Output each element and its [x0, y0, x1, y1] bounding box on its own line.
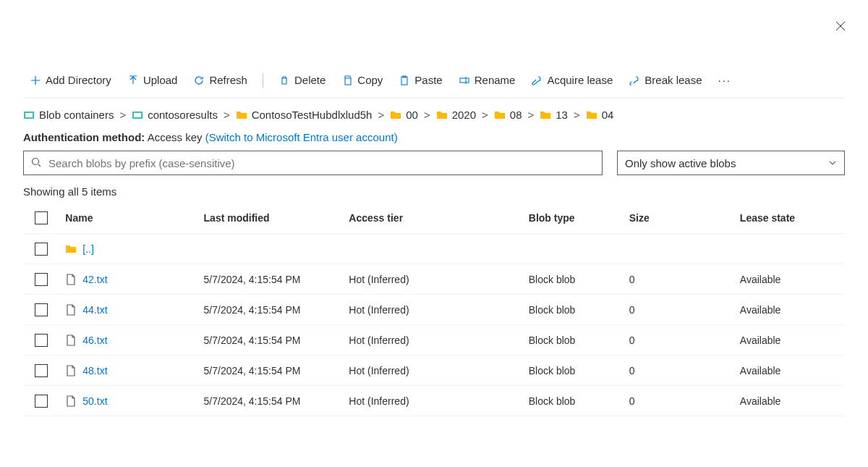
search-icon: [31, 157, 41, 169]
table-row[interactable]: 50.txt5/7/2024, 4:15:54 PMHot (Inferred)…: [23, 386, 845, 416]
breadcrumb-item[interactable]: 13: [540, 109, 568, 121]
chevron-down-icon: [828, 157, 837, 169]
cell-type: Block blob: [523, 395, 624, 407]
col-tier[interactable]: Access tier: [343, 212, 522, 224]
file-icon: [65, 365, 77, 376]
blob-name-link[interactable]: 50.txt: [82, 395, 107, 407]
breadcrumb-item[interactable]: Blob containers: [23, 109, 114, 121]
breadcrumb-item[interactable]: 00: [390, 109, 418, 121]
breadcrumb-item[interactable]: 2020: [436, 109, 476, 121]
table-header: Name Last modified Access tier Blob type…: [23, 202, 845, 234]
acquire-lease-button[interactable]: Acquire lease: [524, 72, 619, 88]
upload-icon: [127, 75, 139, 86]
delete-label: Delete: [294, 74, 326, 86]
row-checkbox[interactable]: [35, 243, 48, 256]
breadcrumb-separator: >: [482, 109, 488, 121]
refresh-button[interactable]: Refresh: [187, 72, 254, 88]
auth-method-label: Authentication method:: [23, 131, 145, 143]
table-row[interactable]: 48.txt5/7/2024, 4:15:54 PMHot (Inferred)…: [23, 355, 845, 386]
search-box[interactable]: [23, 151, 603, 175]
breadcrumb-item[interactable]: 04: [586, 109, 614, 121]
cell-lease: Available: [734, 335, 845, 346]
cell-type: Block blob: [523, 335, 624, 346]
upload-button[interactable]: Upload: [121, 72, 184, 88]
break-lease-label: Break lease: [644, 74, 702, 86]
copy-label: Copy: [357, 74, 383, 86]
folder-icon: [586, 109, 597, 121]
close-icon[interactable]: [835, 20, 846, 34]
switch-auth-link[interactable]: (Switch to Microsoft Entra user account): [205, 131, 398, 143]
breadcrumb-separator: >: [574, 109, 580, 121]
row-checkbox[interactable]: [35, 334, 48, 347]
breadcrumb-separator: >: [378, 109, 384, 121]
cell-modified: 5/7/2024, 4:15:54 PM: [198, 274, 344, 285]
folder-icon: [65, 243, 77, 255]
row-checkbox[interactable]: [35, 273, 48, 286]
folder-icon: [236, 109, 247, 121]
delete-button[interactable]: Delete: [272, 72, 332, 88]
breadcrumb-label: ContosoTestHubdlxlud5h: [252, 109, 373, 121]
svg-rect-3: [460, 78, 469, 83]
blob-name-link[interactable]: 44.txt: [82, 304, 107, 316]
rename-icon: [459, 75, 470, 86]
table-row[interactable]: 46.txt5/7/2024, 4:15:54 PMHot (Inferred)…: [23, 325, 845, 355]
cell-size: 0: [624, 274, 734, 285]
cell-size: 0: [624, 395, 734, 407]
container-icon: [23, 109, 35, 121]
cell-tier: Hot (Inferred): [343, 395, 522, 407]
col-size[interactable]: Size: [624, 212, 734, 224]
lease-icon: [531, 75, 542, 86]
folder-icon: [436, 109, 448, 121]
container-icon: [132, 109, 143, 121]
breadcrumb-label: 04: [602, 109, 614, 121]
breadcrumb-item[interactable]: 08: [494, 109, 522, 121]
breadcrumb-item[interactable]: contosoresults: [132, 109, 218, 121]
rename-button[interactable]: Rename: [452, 72, 522, 88]
copy-button[interactable]: Copy: [335, 72, 389, 88]
folder-icon: [390, 109, 401, 121]
more-actions-button[interactable]: ···: [712, 72, 739, 88]
toolbar-divider: [263, 73, 263, 88]
paste-button[interactable]: Paste: [392, 72, 448, 88]
table-row[interactable]: 44.txt5/7/2024, 4:15:54 PMHot (Inferred)…: [23, 295, 845, 325]
blob-name-link[interactable]: 42.txt: [82, 274, 107, 285]
blob-name-link[interactable]: 48.txt: [82, 365, 107, 376]
acquire-lease-label: Acquire lease: [547, 74, 613, 86]
cell-modified: 5/7/2024, 4:15:54 PM: [198, 335, 344, 346]
paste-icon: [399, 75, 410, 86]
break-lease-button[interactable]: Break lease: [622, 72, 708, 88]
parent-directory-row[interactable]: [..]: [23, 234, 845, 264]
cell-type: Block blob: [523, 365, 624, 376]
table-row[interactable]: 42.txt5/7/2024, 4:15:54 PMHot (Inferred)…: [23, 264, 845, 295]
row-checkbox[interactable]: [35, 303, 48, 316]
cell-type: Block blob: [523, 274, 624, 285]
breadcrumb-separator: >: [527, 109, 534, 121]
cell-size: 0: [624, 304, 734, 316]
blob-filter-dropdown[interactable]: Only show active blobs: [617, 151, 845, 175]
col-type[interactable]: Blob type: [523, 212, 624, 224]
row-checkbox[interactable]: [35, 364, 48, 377]
add-directory-button[interactable]: Add Directory: [23, 72, 118, 88]
breadcrumb-item[interactable]: ContosoTestHubdlxlud5h: [236, 109, 373, 121]
col-name[interactable]: Name: [59, 212, 197, 224]
cell-tier: Hot (Inferred): [343, 274, 522, 285]
auth-method-line: Authentication method: Access key (Switc…: [23, 128, 845, 151]
select-all-checkbox[interactable]: [35, 211, 48, 224]
parent-directory-link[interactable]: [..]: [82, 243, 94, 255]
blob-name-link[interactable]: 46.txt: [82, 335, 107, 346]
refresh-icon: [193, 75, 205, 86]
col-lease[interactable]: Lease state: [734, 212, 845, 224]
status-text: Showing all 5 items: [23, 175, 845, 202]
cell-tier: Hot (Inferred): [343, 304, 522, 316]
breadcrumb-label: 08: [510, 109, 522, 121]
search-input[interactable]: [48, 157, 595, 169]
plus-icon: [30, 75, 41, 86]
rename-label: Rename: [475, 74, 516, 86]
cell-tier: Hot (Inferred): [343, 335, 522, 346]
col-modified[interactable]: Last modified: [198, 212, 344, 224]
breadcrumb-label: 00: [406, 109, 418, 121]
folder-icon: [540, 109, 551, 121]
cell-size: 0: [624, 335, 734, 346]
row-checkbox[interactable]: [35, 395, 48, 408]
break-lease-icon: [629, 75, 640, 86]
